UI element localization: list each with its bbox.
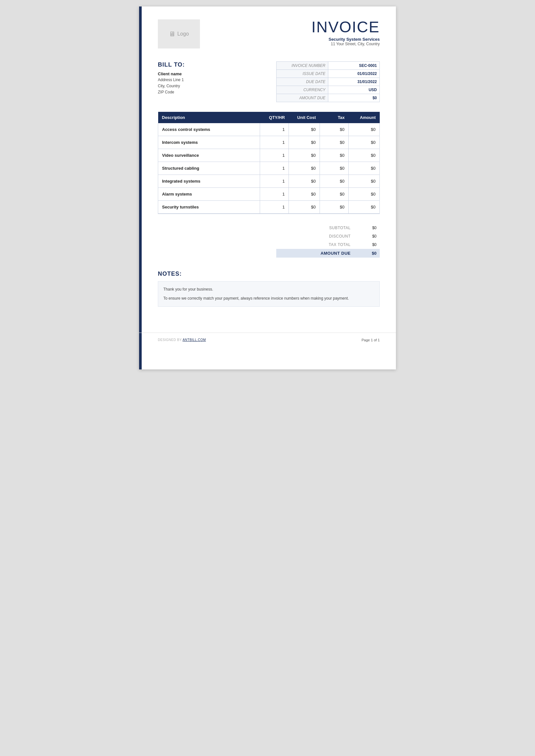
company-address: 11 Your Street, City, Country [312,42,380,46]
invoice-info-value: 01/01/2022 [328,70,380,78]
invoice-info-row: DUE DATE31/01/2022 [276,78,380,86]
item-qty: 1 [260,162,289,175]
footer: DESIGNED BY ANTBILL.COM Page 1 of 1 [139,333,396,347]
invoice-info-label: CURRENCY [276,86,328,94]
items-table: Description QTY/HR Unit Cost Tax Amount … [158,112,380,214]
invoice-info-table: INVOICE NUMBERSEC-0001ISSUE DATE01/01/20… [276,62,380,102]
col-unit-cost: Unit Cost [289,112,320,123]
invoice-info-row: INVOICE NUMBERSEC-0001 [276,62,380,70]
amount-due-label: AMOUNT DUE [276,249,354,257]
item-tax: $0 [320,162,349,175]
item-unit-cost: $0 [289,136,320,149]
table-row: Intercom systems 1 $0 $0 $0 [158,136,380,149]
item-qty: 1 [260,136,289,149]
item-description: Structured cabling [158,162,260,175]
item-unit-cost: $0 [289,175,320,188]
invoice-info-value: USD [328,86,380,94]
amount-due-row: AMOUNT DUE $0 [276,249,380,257]
note-1: Thank you for your business. [163,286,374,292]
invoice-info-label: DUE DATE [276,78,328,86]
item-tax: $0 [320,123,349,136]
col-amount: Amount [349,112,380,123]
invoice-info-value: SEC-0001 [328,62,380,70]
invoice-info-label: INVOICE NUMBER [276,62,328,70]
table-row: Alarm systems 1 $0 $0 $0 [158,188,380,201]
col-tax: Tax [320,112,349,123]
item-tax: $0 [320,136,349,149]
notes-label: NOTES: [158,271,380,277]
invoice-page: 🖥 Logo INVOICE Security System Services … [139,7,396,369]
tax-total-label: TAX TOTAL [276,240,354,249]
company-name: Security System Services [312,37,380,42]
item-unit-cost: $0 [289,201,320,214]
item-amount: $0 [349,201,380,214]
logo-text: Logo [177,31,189,37]
item-tax: $0 [320,149,349,162]
item-amount: $0 [349,136,380,149]
subtotal-label: SUBTOTAL [276,224,354,232]
invoice-title-block: INVOICE Security System Services 11 Your… [312,19,380,46]
subtotal-row: SUBTOTAL $0 [276,224,380,232]
table-row: Integrated systems 1 $0 $0 $0 [158,175,380,188]
item-tax: $0 [320,188,349,201]
item-qty: 1 [260,188,289,201]
invoice-info-label: ISSUE DATE [276,70,328,78]
notes-section: NOTES: Thank you for your business. To e… [158,271,380,307]
bill-to-section: BILL TO: Client name Address Line 1 City… [158,62,276,96]
invoice-info-value: 31/01/2022 [328,78,380,86]
invoice-info-value: $0 [328,94,380,102]
item-amount: $0 [349,149,380,162]
footer-designed-by: DESIGNED BY ANTBILL.COM [158,338,206,342]
logo-box: 🖥 Logo [158,19,200,48]
footer-page-info: Page 1 of 1 [362,338,380,342]
col-qty: QTY/HR [260,112,289,123]
item-qty: 1 [260,149,289,162]
bill-to-label: BILL TO: [158,62,276,68]
client-name: Client name [158,71,276,76]
invoice-title: INVOICE [312,19,380,35]
invoice-info-label: AMOUNT DUE [276,94,328,102]
totals-table: SUBTOTAL $0 DISCOUNT $0 TAX TOTAL $0 AMO… [276,224,380,257]
table-row: Security turnstiles 1 $0 $0 $0 [158,201,380,214]
invoice-info-row: AMOUNT DUE$0 [276,94,380,102]
item-description: Alarm systems [158,188,260,201]
tax-total-value: $0 [354,240,380,249]
discount-value: $0 [354,232,380,240]
item-amount: $0 [349,175,380,188]
item-amount: $0 [349,188,380,201]
amount-due-value: $0 [354,249,380,257]
item-amount: $0 [349,162,380,175]
invoice-info-row: ISSUE DATE01/01/2022 [276,70,380,78]
logo-icon: 🖥 [169,30,175,38]
item-amount: $0 [349,123,380,136]
item-unit-cost: $0 [289,188,320,201]
item-unit-cost: $0 [289,162,320,175]
col-description: Description [158,112,260,123]
item-description: Access control systems [158,123,260,136]
item-unit-cost: $0 [289,149,320,162]
totals-section: SUBTOTAL $0 DISCOUNT $0 TAX TOTAL $0 AMO… [158,224,380,257]
discount-row: DISCOUNT $0 [276,232,380,240]
discount-label: DISCOUNT [276,232,354,240]
header-section: 🖥 Logo INVOICE Security System Services … [158,19,380,48]
item-unit-cost: $0 [289,123,320,136]
item-description: Video surveillance [158,149,260,162]
tax-total-row: TAX TOTAL $0 [276,240,380,249]
item-description: Integrated systems [158,175,260,188]
bill-invoice-row: BILL TO: Client name Address Line 1 City… [158,62,380,102]
item-description: Intercom systems [158,136,260,149]
item-qty: 1 [260,201,289,214]
note-2: To ensure we correctly match your paymen… [163,295,374,302]
item-qty: 1 [260,175,289,188]
table-row: Access control systems 1 $0 $0 $0 [158,123,380,136]
subtotal-value: $0 [354,224,380,232]
table-row: Video surveillance 1 $0 $0 $0 [158,149,380,162]
item-qty: 1 [260,123,289,136]
client-address-line3: ZIP Code [158,89,276,95]
item-tax: $0 [320,201,349,214]
table-row: Structured cabling 1 $0 $0 $0 [158,162,380,175]
item-tax: $0 [320,175,349,188]
invoice-info-row: CURRENCYUSD [276,86,380,94]
footer-link[interactable]: ANTBILL.COM [183,338,206,342]
client-address-line2: City, Country [158,83,276,89]
